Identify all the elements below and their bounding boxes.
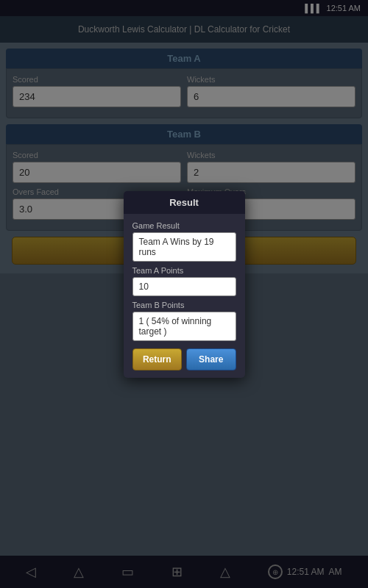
team-a-points-label: Team A Points bbox=[132, 266, 236, 275]
game-result-label: Game Result bbox=[132, 221, 236, 230]
overlay: Result Game Result Team A Wins by 19 run… bbox=[0, 0, 368, 588]
team-a-points-value: 10 bbox=[132, 277, 236, 296]
dialog-buttons: Return Share bbox=[132, 348, 236, 370]
share-button[interactable]: Share bbox=[186, 348, 236, 370]
dialog-body: Game Result Team A Wins by 19 runs Team … bbox=[124, 214, 245, 378]
return-button[interactable]: Return bbox=[132, 348, 183, 370]
team-b-points-value: 1 ( 54% of winning target ) bbox=[132, 312, 236, 341]
team-b-points-label: Team B Points bbox=[132, 301, 236, 309]
game-result-value: Team A Wins by 19 runs bbox=[132, 232, 236, 262]
result-dialog: Result Game Result Team A Wins by 19 run… bbox=[124, 191, 245, 378]
dialog-title: Result bbox=[124, 191, 245, 214]
